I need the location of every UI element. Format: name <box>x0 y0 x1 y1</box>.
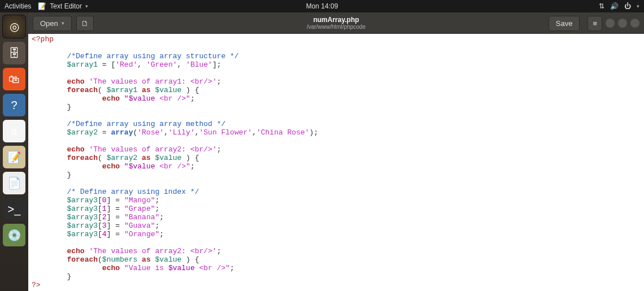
help-icon[interactable]: ? <box>3 94 25 116</box>
code-token: <br />" <box>155 162 190 171</box>
code-token: $array3 <box>67 221 98 230</box>
code-token: <br />" <box>195 264 230 272</box>
code-token: $array3 <box>67 213 98 221</box>
comment: /*Define array using array structure */ <box>67 52 238 60</box>
code-token: "Orange" <box>124 230 159 238</box>
code-token: 'Green' <box>146 60 177 69</box>
code-token: 'Lily' <box>168 128 195 137</box>
code-token: "$value <box>124 94 155 103</box>
app-menu-label: Text Editor <box>50 2 82 10</box>
app-menu[interactable]: 📝 Text Editor ▾ <box>38 2 88 10</box>
dash-icon[interactable]: ◎ <box>2 15 26 38</box>
code-token: "Grape" <box>124 205 155 213</box>
code-token: 'The values of array2: <br/>' <box>89 247 216 255</box>
code-token: "$value <box>124 162 155 171</box>
save-button[interactable]: Save <box>549 16 580 31</box>
php-open-tag: <?php <box>32 35 54 44</box>
code-token: $array2 <box>67 128 98 137</box>
code-token: array <box>111 128 133 137</box>
code-token: 'Blue' <box>186 60 212 69</box>
hamburger-menu-button[interactable]: ≡ <box>588 16 602 31</box>
code-token: 'The values of array2: <br/>' <box>89 145 216 154</box>
code-token: 3 <box>102 221 107 230</box>
code-token: 1 <box>102 205 107 213</box>
code-token: <br />" <box>155 94 190 103</box>
notes-icon[interactable]: 📝 <box>3 146 25 168</box>
comment: /*Define array using array method */ <box>67 120 225 128</box>
document-title-area: numArray.php /var/www/html/phpcode <box>307 16 365 30</box>
maximize-button[interactable] <box>618 19 627 28</box>
code-token: "Mango" <box>124 196 155 205</box>
code-token: echo <box>102 94 120 103</box>
disk-analyzer-icon[interactable]: 💿 <box>3 224 25 246</box>
code-token: $array3 <box>67 205 98 213</box>
code-token: echo <box>102 264 120 272</box>
code-token: foreach <box>67 154 98 162</box>
code-token: $value <box>168 264 195 272</box>
hamburger-icon: ≡ <box>593 19 597 28</box>
code-token: $array1 <box>67 60 98 69</box>
open-button[interactable]: Open ▾ <box>33 16 72 31</box>
activities-button[interactable]: Activities <box>5 2 31 10</box>
code-token: as <box>142 255 151 264</box>
document-title: numArray.php <box>307 16 365 24</box>
code-token: $array3 <box>67 196 98 205</box>
code-token: echo <box>67 247 84 255</box>
code-token: "Banana" <box>124 213 159 221</box>
comment: /* Define array using index */ <box>67 188 199 196</box>
system-menu-chevron-icon[interactable]: ▾ <box>637 3 639 9</box>
code-token: $value <box>155 255 182 264</box>
network-icon[interactable]: ⇅ <box>599 2 604 10</box>
code-token: $array2 <box>107 154 138 162</box>
gnome-top-panel: Activities 📝 Text Editor ▾ Mon 14:09 ⇅ 🔊… <box>0 0 644 12</box>
code-token: "Guava" <box>124 221 155 230</box>
clock[interactable]: Mon 14:09 <box>306 2 338 10</box>
code-token: 0 <box>102 196 107 205</box>
chevron-down-icon: ▾ <box>62 20 64 26</box>
code-token: 'The values of array1: <br/>' <box>89 77 216 86</box>
files-icon[interactable]: 🗄 <box>3 42 25 64</box>
code-token: 'Red' <box>115 60 137 69</box>
code-token: 2 <box>102 213 107 221</box>
code-token: $array3 <box>67 230 98 238</box>
document-subtitle: /var/www/html/phpcode <box>307 24 365 30</box>
code-token: foreach <box>67 86 98 94</box>
terminal-icon[interactable]: >_ <box>3 198 25 220</box>
code-token: 'Rose' <box>137 128 164 137</box>
amazon-icon[interactable]: a <box>3 120 25 142</box>
code-token: 4 <box>102 230 107 238</box>
code-token: $value <box>155 86 181 94</box>
code-token: "$value <br />" <box>124 94 190 103</box>
code-token: $value <box>155 154 181 162</box>
code-token: 'China Rose' <box>256 128 310 137</box>
document-icon[interactable]: 📄 <box>3 172 25 194</box>
code-token: as <box>142 154 151 162</box>
launcher-dock: ◎ 🗄 🛍 ? a 📝 📄 >_ 💿 <box>0 12 28 291</box>
php-close-tag: ?> <box>32 281 41 289</box>
power-icon[interactable]: ⏻ <box>624 2 631 10</box>
code-token: foreach <box>67 255 98 264</box>
minimize-button[interactable] <box>606 19 615 28</box>
software-icon[interactable]: 🛍 <box>3 68 25 90</box>
code-token: as <box>142 86 151 94</box>
code-token: echo <box>102 162 120 171</box>
code-editor[interactable]: <?php /*Define array using array structu… <box>28 34 644 291</box>
new-tab-button[interactable]: 🗋 <box>76 16 94 31</box>
volume-icon[interactable]: 🔊 <box>610 2 619 10</box>
code-token: echo <box>67 145 84 154</box>
editor-headerbar: Open ▾ 🗋 numArray.php /var/www/html/phpc… <box>28 12 644 34</box>
close-button[interactable] <box>630 19 639 28</box>
code-token: echo <box>67 77 84 86</box>
new-tab-icon: 🗋 <box>81 19 89 28</box>
code-token: "$value <br />" <box>124 162 190 171</box>
code-token: 'Sun Flower' <box>199 128 253 137</box>
text-editor-icon: 📝 <box>38 2 46 10</box>
code-token: $array1 <box>107 86 138 94</box>
code-token: "Value is <box>124 264 168 272</box>
open-button-label: Open <box>40 19 58 28</box>
chevron-down-icon: ▾ <box>85 3 88 9</box>
code-token: "Value is $value <br />" <box>124 264 230 272</box>
code-token: $numbers <box>102 255 137 264</box>
